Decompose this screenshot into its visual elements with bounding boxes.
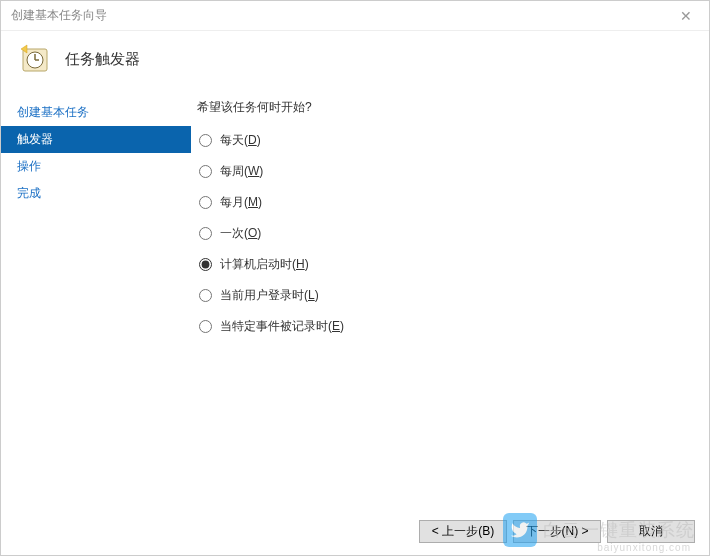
option-daily[interactable]: 每天(D) xyxy=(199,132,689,149)
close-button[interactable]: ✕ xyxy=(671,4,701,28)
titlebar: 创建基本任务向导 ✕ xyxy=(1,1,709,31)
radio-label: 当前用户登录时(L) xyxy=(220,287,319,304)
watermark-sub: baiyunxitong.com xyxy=(597,542,691,553)
radio-at-logon[interactable] xyxy=(199,289,212,302)
radio-label: 一次(O) xyxy=(220,225,261,242)
radio-label: 每周(W) xyxy=(220,163,263,180)
wizard-header: 任务触发器 xyxy=(1,31,709,93)
main-panel: 希望该任务何时开始? 每天(D) 每周(W) 每月(M) 一次(O) 计算机启动… xyxy=(191,93,709,505)
radio-label: 每天(D) xyxy=(220,132,261,149)
sidebar-item-trigger[interactable]: 触发器 xyxy=(1,126,191,153)
option-at-startup[interactable]: 计算机启动时(H) xyxy=(199,256,689,273)
radio-once[interactable] xyxy=(199,227,212,240)
page-heading: 任务触发器 xyxy=(65,50,140,69)
sidebar-item-action[interactable]: 操作 xyxy=(1,153,191,180)
back-button[interactable]: < 上一步(B) xyxy=(419,520,507,543)
close-icon: ✕ xyxy=(680,8,692,24)
radio-label: 当特定事件被记录时(E) xyxy=(220,318,344,335)
option-weekly[interactable]: 每周(W) xyxy=(199,163,689,180)
trigger-prompt: 希望该任务何时开始? xyxy=(197,99,689,116)
radio-monthly[interactable] xyxy=(199,196,212,209)
radio-at-startup[interactable] xyxy=(199,258,212,271)
option-once[interactable]: 一次(O) xyxy=(199,225,689,242)
next-button[interactable]: 下一步(N) > xyxy=(513,520,601,543)
window-title: 创建基本任务向导 xyxy=(11,7,107,24)
radio-on-event[interactable] xyxy=(199,320,212,333)
radio-label: 每月(M) xyxy=(220,194,262,211)
wizard-steps-sidebar: 创建基本任务 触发器 操作 完成 xyxy=(1,93,191,505)
sidebar-item-finish[interactable]: 完成 xyxy=(1,180,191,207)
radio-weekly[interactable] xyxy=(199,165,212,178)
option-monthly[interactable]: 每月(M) xyxy=(199,194,689,211)
radio-daily[interactable] xyxy=(199,134,212,147)
sidebar-item-create-task[interactable]: 创建基本任务 xyxy=(1,99,191,126)
option-on-event[interactable]: 当特定事件被记录时(E) xyxy=(199,318,689,335)
task-scheduler-icon xyxy=(19,43,51,75)
cancel-button[interactable]: 取消 xyxy=(607,520,695,543)
radio-label: 计算机启动时(H) xyxy=(220,256,309,273)
option-at-logon[interactable]: 当前用户登录时(L) xyxy=(199,287,689,304)
trigger-options: 每天(D) 每周(W) 每月(M) 一次(O) 计算机启动时(H) 当前用户登录… xyxy=(197,132,689,335)
